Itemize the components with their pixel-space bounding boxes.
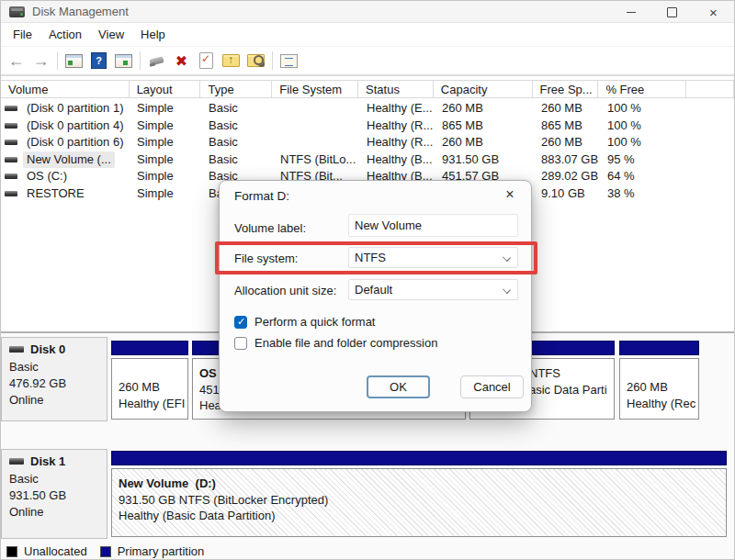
volume-name: (Disk 0 partition 6) — [23, 134, 127, 151]
cell-free: 865 MB — [534, 118, 600, 135]
folder-search-icon[interactable] — [243, 49, 268, 73]
partition-line: NTFS — [529, 365, 614, 382]
chevron-down-icon — [503, 286, 511, 294]
cell-type: Basic — [201, 134, 273, 151]
column-header-fs[interactable]: File System — [272, 81, 358, 97]
chevron-down-icon — [503, 253, 511, 262]
cell-layout: Simple — [130, 151, 201, 169]
legend-item: Unallocated — [6, 544, 87, 558]
cell-status: Healthy (R... — [359, 118, 435, 135]
cell-capacity: 865 MB — [435, 118, 534, 135]
cell-layout: Simple — [130, 134, 201, 151]
partition-box[interactable]: New Volume (D:)931.50 GB NTFS (BitLocker… — [111, 451, 727, 537]
title-bar: Disk Management × — [1, 1, 734, 23]
file-system-value: NTFS — [355, 251, 386, 264]
cell-pct: 100 % — [600, 118, 688, 135]
toolbar-separator — [272, 51, 273, 70]
partition-body: 260 MBHealthy (EFI — [111, 358, 188, 420]
minimize-button[interactable] — [610, 1, 651, 23]
partition-line: asic Data Parti — [529, 382, 614, 398]
disk-name: Disk 1 — [9, 454, 107, 468]
menu-view[interactable]: View — [90, 25, 132, 44]
cell-layout: Simple — [130, 118, 201, 135]
legend: UnallocatedPrimary partition — [1, 541, 734, 560]
cell-fs — [273, 100, 359, 118]
dialog-close-icon[interactable]: × — [501, 186, 519, 203]
disk-drive-icon — [9, 458, 24, 465]
disk-panel-1[interactable]: Disk 1Basic931.50 GBOnline — [1, 449, 107, 539]
cell-status: Healthy (E... — [359, 100, 435, 118]
ok-button[interactable]: OK — [367, 375, 430, 398]
disk-info-line: Online — [9, 392, 107, 409]
back-icon[interactable] — [4, 49, 28, 73]
partition-line: 931.50 GB NTFS (BitLocker Encrypted) — [119, 492, 726, 509]
legend-item: Primary partition — [100, 544, 205, 558]
disk-icon — [5, 123, 17, 129]
close-button[interactable]: × — [693, 1, 734, 23]
help-icon[interactable] — [86, 49, 111, 73]
partition-status-bar — [111, 341, 188, 355]
disk-drive-icon — [9, 346, 24, 353]
properties-icon[interactable] — [277, 49, 301, 73]
column-header-free[interactable]: Free Sp... — [533, 81, 599, 97]
cell-capacity: 931.50 GB — [435, 151, 534, 169]
volume-row[interactable]: (Disk 0 partition 4)SimpleBasicHealthy (… — [1, 118, 734, 135]
disk-management-app-icon — [9, 6, 25, 17]
allocation-unit-value: Default — [355, 283, 392, 297]
quick-format-label: Perform a quick format — [254, 315, 376, 329]
column-header-volume[interactable]: Volume — [1, 81, 130, 97]
column-header-status[interactable]: Status — [358, 81, 434, 97]
disk-icon — [5, 140, 17, 145]
partition-status-bar — [619, 341, 699, 355]
cell-fs — [273, 118, 359, 135]
cell-fs — [273, 134, 359, 151]
cell-pct: 38 % — [600, 185, 688, 203]
screentip-icon[interactable] — [144, 49, 169, 73]
partition-line: Healthy (EFI — [119, 396, 187, 412]
cell-volume: (Disk 0 partition 6) — [1, 134, 130, 151]
cancel-button[interactable]: Cancel — [460, 375, 524, 398]
partition-box[interactable]: 260 MBHealthy (Rec — [619, 341, 699, 420]
list-header: VolumeLayoutTypeFile SystemStatusCapacit… — [1, 80, 734, 98]
legend-swatch — [100, 546, 111, 557]
volume-label-input[interactable] — [348, 214, 518, 237]
column-header-pct[interactable]: % Free — [598, 81, 686, 97]
allocation-unit-select[interactable]: Default — [348, 279, 518, 300]
cell-status: Healthy (R... — [359, 134, 435, 151]
volume-name: RESTORE — [23, 185, 88, 202]
delete-icon[interactable] — [169, 49, 194, 73]
folder-up-icon[interactable] — [219, 49, 243, 73]
disk-info-line: Basic — [9, 359, 107, 375]
column-header-capacity[interactable]: Capacity — [434, 81, 533, 97]
quick-format-checkbox[interactable] — [234, 316, 247, 329]
dialog-title: Format D: — [234, 189, 289, 203]
partition-line: New Volume (D:) — [119, 476, 726, 492]
disk-icon — [5, 106, 17, 111]
console-tree-icon[interactable] — [62, 49, 86, 73]
column-header-type[interactable]: Type — [200, 81, 272, 97]
partition-box[interactable]: 260 MBHealthy (EFI — [111, 341, 188, 420]
disk-info-line: Basic — [9, 471, 107, 487]
compression-checkbox[interactable] — [234, 337, 247, 350]
disk-panel-0[interactable]: Disk 0Basic476.92 GBOnline — [1, 337, 107, 421]
menu-file[interactable]: File — [5, 25, 40, 44]
cell-volume: OS (C:) — [1, 168, 130, 185]
cell-type: Basic — [201, 100, 273, 118]
cell-free: 260 MB — [534, 100, 600, 118]
file-system-select[interactable]: NTFS — [348, 247, 518, 268]
column-header-layout[interactable]: Layout — [130, 81, 201, 97]
menu-action[interactable]: Action — [40, 25, 90, 44]
maximize-button[interactable] — [651, 1, 693, 23]
compression-label: Enable file and folder compression — [254, 336, 437, 350]
cell-free: 289.02 GB — [534, 168, 600, 185]
action-pane-icon[interactable] — [111, 49, 136, 73]
menu-help[interactable]: Help — [132, 25, 174, 44]
volume-row[interactable]: New Volume (...SimpleBasicNTFS (BitLo...… — [1, 151, 734, 169]
cell-pct: 64 % — [600, 168, 688, 185]
forward-icon[interactable] — [28, 49, 53, 73]
format-dialog: Format D: × Volume label: File system: N… — [219, 180, 532, 412]
cell-volume: New Volume (... — [1, 151, 130, 169]
volume-row[interactable]: (Disk 0 partition 6)SimpleBasicHealthy (… — [1, 134, 734, 151]
check-doc-icon[interactable] — [194, 49, 219, 73]
volume-row[interactable]: (Disk 0 partition 1)SimpleBasicHealthy (… — [1, 100, 734, 118]
